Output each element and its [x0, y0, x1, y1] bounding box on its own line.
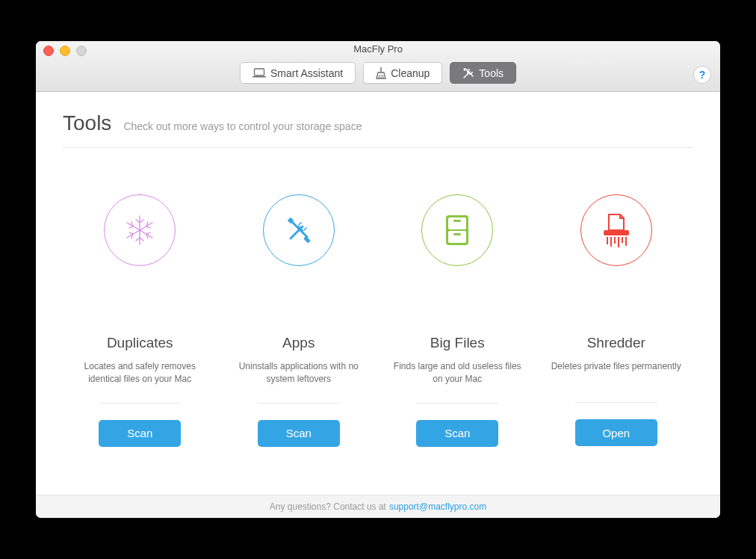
scan-apps-button[interactable]: Scan: [258, 420, 340, 447]
card-desc: Locates and safely removes identical fil…: [71, 360, 209, 386]
tab-label: Tools: [479, 67, 504, 79]
minimize-button[interactable]: [60, 46, 70, 56]
window-title: MacFly Pro: [36, 41, 720, 58]
card-title: Duplicates: [107, 335, 173, 351]
tools-icon: [462, 67, 474, 79]
tab-tools[interactable]: Tools: [450, 62, 516, 84]
tab-label: Smart Assistant: [270, 67, 343, 79]
app-window: MacFly Pro Smart Assistant: [36, 41, 720, 518]
svg-rect-14: [453, 220, 461, 222]
help-button[interactable]: ?: [693, 66, 711, 84]
broom-icon: [376, 67, 386, 79]
svg-rect-15: [453, 233, 461, 235]
footer: Any questions? Contact us at support@mac…: [36, 495, 720, 518]
svg-rect-12: [448, 217, 466, 229]
scan-bigfiles-button[interactable]: Scan: [416, 420, 498, 447]
card-desc: Deletes private files permanently: [551, 360, 681, 386]
card-title: Apps: [282, 335, 315, 351]
shredder-icon: [580, 194, 652, 266]
card-duplicates: Duplicates Locates and safely removes id…: [63, 194, 217, 495]
snowflake-icon: [104, 194, 176, 266]
card-title: Shredder: [587, 335, 645, 351]
card-shredder: Shredder Deletes private files permanent…: [539, 194, 694, 495]
card-title: Big Files: [430, 335, 485, 351]
open-shredder-button[interactable]: Open: [575, 419, 657, 446]
toolbar: Smart Assistant Cleanup: [36, 58, 720, 91]
support-link[interactable]: support@macflypro.com: [389, 501, 486, 512]
laptop-icon: [252, 68, 266, 78]
divider: [416, 403, 498, 404]
svg-rect-16: [604, 230, 629, 235]
titlebar: MacFly Pro Smart Assistant: [36, 41, 720, 92]
page-title: Tools: [63, 111, 111, 135]
card-desc: Uninstalls applications with no system l…: [229, 360, 368, 386]
page-header: Tools Check out more ways to control you…: [63, 111, 693, 135]
card-apps: Apps Uninstalls applications with no sys…: [222, 194, 377, 495]
wrench-screwdriver-icon: [263, 194, 335, 266]
close-button[interactable]: [43, 46, 54, 56]
tab-cleanup[interactable]: Cleanup: [363, 62, 442, 84]
divider: [258, 403, 340, 404]
svg-rect-10: [303, 236, 311, 244]
fullscreen-button[interactable]: [76, 46, 87, 56]
card-desc: Finds large and old useless files on you…: [388, 360, 527, 386]
card-bigfiles: Big Files Finds large and old useless fi…: [380, 194, 535, 495]
cards-row: Duplicates Locates and safely removes id…: [63, 148, 693, 495]
svg-rect-0: [254, 69, 264, 75]
svg-line-3: [379, 75, 379, 78]
content: Tools Check out more ways to control you…: [36, 92, 720, 495]
tab-smart-assistant[interactable]: Smart Assistant: [240, 62, 356, 84]
window-controls: [43, 46, 87, 56]
divider: [99, 403, 181, 404]
page-subtitle: Check out more ways to control your stor…: [123, 120, 362, 132]
tab-label: Cleanup: [391, 67, 430, 79]
divider: [575, 402, 657, 403]
scan-duplicates-button[interactable]: Scan: [99, 420, 181, 447]
svg-rect-13: [448, 231, 466, 243]
drawer-icon: [421, 194, 493, 266]
svg-line-5: [383, 75, 384, 78]
footer-text: Any questions? Contact us at: [270, 501, 386, 512]
